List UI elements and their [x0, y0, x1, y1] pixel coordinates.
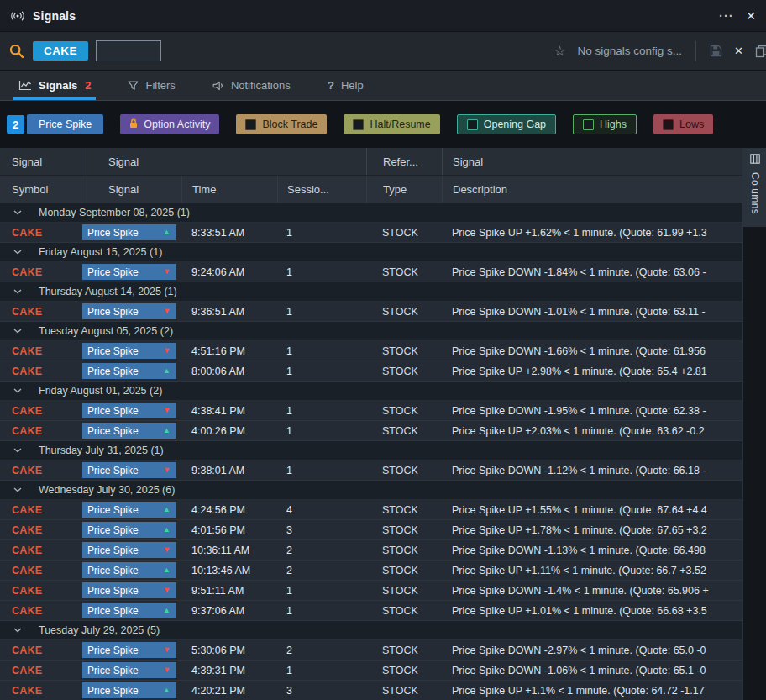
save-icon[interactable] — [710, 45, 722, 57]
description-cell: Price Spike DOWN -1.06% < 1 minute. (Quo… — [442, 665, 742, 676]
group-header-row[interactable]: Thursday July 31, 2025 (1) — [0, 441, 742, 461]
signal-row[interactable]: CAKEPrice Spike▲4:00:26 PM1STOCKPrice Sp… — [0, 421, 742, 441]
symbol-input[interactable] — [96, 40, 161, 61]
time-cell: 4:38:41 PM — [181, 405, 277, 417]
chevron-down-icon[interactable] — [13, 487, 24, 492]
group-header-row[interactable]: Wednesday July 30, 2025 (6) — [0, 481, 742, 500]
down-arrow-icon: ▼ — [163, 587, 171, 594]
clear-icon[interactable]: ✕ — [734, 45, 743, 56]
type-cell: STOCK — [366, 545, 442, 556]
column-header-session[interactable]: Sessio... — [277, 176, 366, 203]
tab-help[interactable]: ? Help — [328, 71, 364, 100]
lock-icon — [129, 118, 138, 131]
filter-price-spike-button[interactable]: Price Spike — [27, 114, 103, 134]
signal-row[interactable]: CAKEPrice Spike▼9:51:11 AM1STOCKPrice Sp… — [0, 581, 742, 601]
filter-lows-button[interactable]: Lows — [653, 114, 713, 134]
signal-row[interactable]: CAKEPrice Spike▲4:20:21 PM3STOCKPrice Sp… — [0, 681, 742, 700]
time-cell: 8:00:06 AM — [181, 366, 277, 377]
signal-row[interactable]: CAKEPrice Spike▲9:37:06 AM1STOCKPrice Sp… — [0, 601, 742, 621]
signal-row[interactable]: CAKEPrice Spike▼9:36:51 AM1STOCKPrice Sp… — [0, 302, 742, 322]
more-menu-button[interactable]: ⋯ — [718, 8, 732, 23]
columns-panel-tab[interactable]: Columns — [743, 148, 766, 227]
star-icon[interactable]: ☆ — [554, 45, 565, 58]
signal-row[interactable]: CAKEPrice Spike▼9:38:01 AM1STOCKPrice Sp… — [0, 461, 742, 481]
chevron-down-icon[interactable] — [13, 628, 24, 633]
signal-row[interactable]: CAKEPrice Spike▼4:38:41 PM1STOCKPrice Sp… — [0, 401, 742, 421]
up-arrow-icon: ▲ — [163, 427, 171, 434]
group-header-row[interactable]: Tuesday August 05, 2025 (2) — [0, 322, 742, 341]
time-cell: 4:51:16 PM — [181, 345, 277, 357]
type-cell: STOCK — [366, 405, 442, 417]
group-header-row[interactable]: Monday September 08, 2025 (1) — [0, 203, 742, 223]
column-header-description[interactable]: Description — [442, 176, 742, 203]
signal-row[interactable]: CAKEPrice Spike▲8:33:51 AM1STOCKPrice Sp… — [0, 223, 742, 243]
filter-opening-gap-button[interactable]: Opening Gap — [457, 114, 556, 134]
signal-badge-label: Price Spike — [87, 645, 139, 656]
copy-icon[interactable] — [755, 45, 766, 58]
filter-halt-resume-button[interactable]: Halt/Resume — [344, 114, 439, 134]
session-cell: 2 — [277, 545, 366, 556]
description-cell: Price Spike DOWN -1.01% < 1 minute. (Quo… — [442, 306, 742, 318]
symbol-chip[interactable]: CAKE — [33, 41, 88, 61]
filter-highs-button[interactable]: Highs — [573, 114, 637, 134]
type-cell: STOCK — [366, 306, 442, 318]
chevron-down-icon[interactable] — [13, 329, 24, 334]
tab-notifications[interactable]: Notifications — [212, 71, 291, 100]
signal-badge: Price Spike▼ — [82, 264, 176, 280]
column-header-symbol[interactable]: Symbol — [0, 176, 81, 203]
symbol-cell: CAKE — [0, 545, 81, 556]
signal-row[interactable]: CAKEPrice Spike▲4:24:56 PM4STOCKPrice Sp… — [0, 500, 742, 520]
time-cell: 9:36:51 AM — [181, 306, 277, 318]
chevron-down-icon[interactable] — [13, 448, 24, 453]
tab-signals[interactable]: Signals 2 — [18, 71, 91, 100]
signal-row[interactable]: CAKEPrice Spike▲8:00:06 AM1STOCKPrice Sp… — [0, 361, 742, 382]
type-cell: STOCK — [366, 465, 442, 476]
signal-badge-label: Price Spike — [87, 605, 139, 617]
chevron-down-icon[interactable] — [13, 250, 24, 255]
signal-cell: Price Spike▼ — [81, 642, 181, 658]
column-header-signal[interactable]: Signal — [81, 176, 181, 203]
signal-badge-label: Price Spike — [87, 585, 139, 597]
time-cell: 5:30:06 PM — [181, 645, 277, 656]
signal-row[interactable]: CAKEPrice Spike▼10:36:11 AM2STOCKPrice S… — [0, 540, 742, 561]
down-arrow-icon: ▼ — [163, 268, 171, 276]
down-arrow-icon: ▼ — [163, 666, 171, 674]
down-arrow-icon: ▼ — [163, 646, 171, 654]
symbol-cell: CAKE — [0, 585, 81, 597]
time-cell: 10:36:11 AM — [181, 545, 277, 556]
symbol-cell: CAKE — [0, 504, 81, 516]
tab-filters[interactable]: Filters — [128, 71, 175, 100]
filter-block-trade-button[interactable]: Block Trade — [236, 114, 327, 134]
session-cell: 1 — [277, 665, 366, 676]
chevron-down-icon[interactable] — [13, 388, 24, 393]
filter-option-activity-button[interactable]: Option Activity — [120, 114, 219, 134]
signal-cell: Price Spike▲ — [81, 562, 181, 578]
group-header-row[interactable]: Friday August 01, 2025 (2) — [0, 382, 742, 401]
header-group-cell[interactable]: Signal — [0, 155, 81, 168]
checkbox-icon — [663, 119, 674, 130]
type-cell: STOCK — [366, 266, 442, 278]
signal-badge: Price Spike▼ — [82, 642, 176, 658]
group-header-row[interactable]: Friday August 15, 2025 (1) — [0, 243, 742, 262]
signal-row[interactable]: CAKEPrice Spike▲4:01:56 PM3STOCKPrice Sp… — [0, 520, 742, 540]
signal-row[interactable]: CAKEPrice Spike▼4:39:31 PM1STOCKPrice Sp… — [0, 661, 742, 681]
group-header-row[interactable]: Tuesday July 29, 2025 (5) — [0, 621, 742, 640]
chevron-down-icon[interactable] — [13, 210, 24, 215]
signal-row[interactable]: CAKEPrice Spike▲10:13:46 AM2STOCKPrice S… — [0, 561, 742, 581]
group-header-row[interactable]: Thursday August 14, 2025 (1) — [0, 282, 742, 302]
signal-row[interactable]: CAKEPrice Spike▼4:51:16 PM1STOCKPrice Sp… — [0, 341, 742, 361]
signal-badge: Price Spike▲ — [82, 502, 176, 518]
column-header-type[interactable]: Type — [366, 176, 442, 203]
signal-badge-label: Price Spike — [87, 345, 139, 357]
symbol-cell: CAKE — [0, 425, 81, 437]
header-group-cell[interactable]: Refer... — [366, 148, 442, 175]
time-cell: 9:24:06 AM — [181, 266, 277, 278]
signal-row[interactable]: CAKEPrice Spike▼9:24:06 AM1STOCKPrice Sp… — [0, 262, 742, 282]
signal-cell: Price Spike▲ — [81, 502, 181, 518]
column-header-time[interactable]: Time — [181, 176, 277, 203]
close-icon[interactable]: ✕ — [746, 10, 756, 22]
chevron-down-icon[interactable] — [13, 289, 24, 294]
header-group-cell[interactable]: Signal — [442, 148, 742, 175]
signal-row[interactable]: CAKEPrice Spike▼5:30:06 PM2STOCKPrice Sp… — [0, 640, 742, 661]
header-group-cell[interactable]: Signal — [81, 148, 366, 175]
